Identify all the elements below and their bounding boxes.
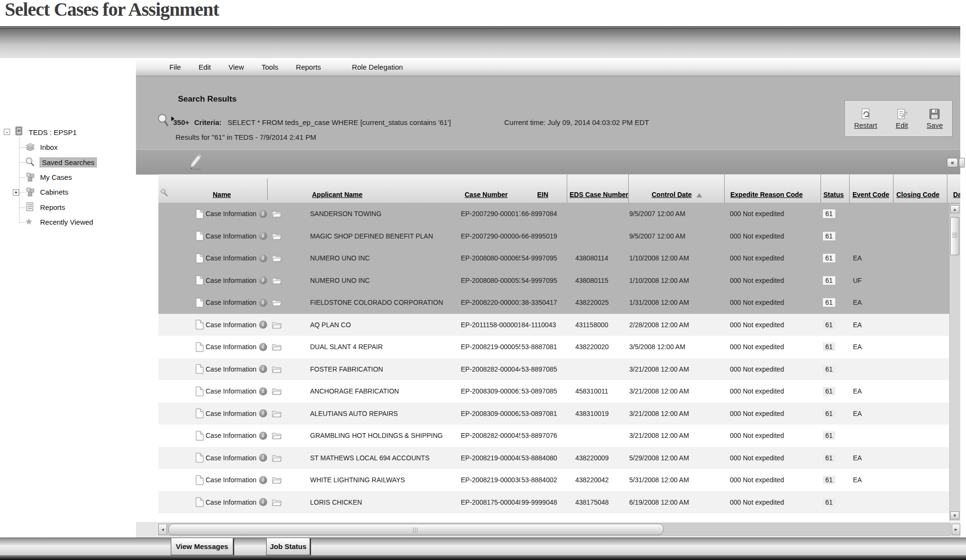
table-row[interactable]: Case InformationiSANDERSON TOWINGEP-2007… [158,203,960,225]
case-information-link[interactable]: Case Information [206,476,257,484]
table-row[interactable]: Case InformationiLORIS CHICKENEP-2008175… [158,491,960,514]
column-header-event-code[interactable]: Event Code [849,175,893,203]
folder-icon[interactable] [272,254,281,262]
case-information-link[interactable]: Case Information [206,321,257,329]
folder-icon[interactable] [272,299,281,306]
scroll-left-icon[interactable]: ◄ [158,524,167,535]
scroll-down-icon[interactable]: ▼ [950,511,959,519]
case-information-link[interactable]: Case Information [206,343,257,351]
restart-button[interactable]: Restart [854,108,877,129]
folder-icon[interactable] [272,387,281,395]
menu-reports[interactable]: Reports [296,63,321,71]
table-row[interactable]: Case InformationiST MATHEWS LOCAL 694 AC… [158,447,960,469]
column-header-expedite-reason-code[interactable]: Expedite Reason Code [724,175,821,203]
info-icon[interactable]: i [259,276,267,284]
folder-icon[interactable] [272,432,281,439]
table-row[interactable]: Case InformationiNUMERO UNO INCEP-200808… [158,247,960,270]
column-header-control-date[interactable]: Control Date [628,175,724,203]
sidebar-item-inbox[interactable]: Inbox [40,143,58,151]
folder-icon[interactable] [272,343,281,351]
case-information-link[interactable]: Case Information [206,454,257,462]
case-information-link[interactable]: Case Information [206,498,257,506]
table-row[interactable]: Case InformationiNUMERO UNO INCEP-200808… [158,270,960,292]
collapse-panel-button-partial[interactable] [959,158,965,167]
case-information-link[interactable]: Case Information [206,299,257,306]
info-icon[interactable]: i [259,409,267,417]
case-information-link[interactable]: Case Information [206,254,257,262]
column-header-ein[interactable]: EIN [520,175,567,203]
scroll-up-icon[interactable]: ▲ [950,205,959,213]
column-header-name[interactable]: Name [196,175,310,203]
column-header-eds-case-number[interactable]: EDS Case Number [567,175,628,203]
table-row[interactable]: Case InformationiAQ PLAN COEP-2011158-00… [158,314,960,336]
sidebar-item-saved-searches[interactable]: Saved Searches [40,158,96,167]
table-row[interactable]: Case InformationiDUAL SLANT 4 REPAIREP-2… [158,336,960,358]
table-row-partial[interactable] [158,513,960,522]
save-button[interactable]: Save [926,108,943,129]
table-row[interactable]: Case InformationiWHITE LIGHTNING RAILWAY… [158,469,960,491]
case-information-link[interactable]: Case Information [206,365,257,373]
folder-icon[interactable] [272,410,281,417]
info-icon[interactable]: i [259,343,267,351]
info-icon[interactable]: i [259,476,267,484]
case-information-link[interactable]: Case Information [206,232,257,240]
table-row[interactable]: Case InformationiANCHORAGE FABRICATIONEP… [158,380,960,403]
folder-icon[interactable] [272,321,281,329]
scroll-right-icon[interactable]: ► [952,524,960,535]
folder-icon[interactable] [272,498,281,506]
info-icon[interactable]: i [259,454,267,462]
vertical-scrollbar-thumb[interactable] [950,217,959,255]
sidebar-item-reports[interactable]: Reports [40,203,65,211]
info-icon[interactable]: i [259,321,267,329]
menu-view[interactable]: View [229,63,244,71]
info-icon[interactable]: i [259,254,267,262]
case-information-link[interactable]: Case Information [206,277,257,284]
collapse-panel-button[interactable]: « [947,158,958,167]
horizontal-scrollbar-thumb[interactable] [168,524,664,535]
case-information-link[interactable]: Case Information [206,387,257,395]
info-icon[interactable]: i [259,432,267,440]
info-icon[interactable]: i [259,299,267,307]
menu-file[interactable]: File [169,63,181,71]
sidebar-item-recently-viewed[interactable]: Recently Viewed [40,218,93,226]
table-row[interactable]: Case InformationiFIELDSTONE COLORADO COR… [158,291,960,314]
pencil-icon[interactable] [187,154,204,173]
menu-tools[interactable]: Tools [261,63,278,71]
column-header-date-truncated[interactable]: Da [947,175,960,203]
column-header-status[interactable]: Status [821,175,849,203]
folder-icon[interactable] [272,454,281,462]
sidebar-item-cabinets[interactable]: Cabinets [40,188,68,196]
edit-button[interactable]: Edit [896,108,908,129]
table-row[interactable]: Case InformationiFOSTER FABRICATIONEP-20… [158,358,960,381]
table-row[interactable]: Case InformationiALEUTIANS AUTO REPAIRSE… [158,403,960,425]
view-messages-button[interactable]: View Messages [171,538,233,555]
info-icon[interactable]: i [259,387,267,395]
tree-collapse-toggle[interactable]: - [4,129,10,135]
case-information-link[interactable]: Case Information [206,410,257,417]
cell-ein: 38-3350417 [520,299,567,306]
job-status-button[interactable]: Job Status [266,538,310,555]
folder-icon[interactable] [272,232,281,240]
sidebar-item-teds-root[interactable]: TEDS : EPSP1 [29,128,77,136]
folder-icon[interactable] [272,210,281,218]
menu-edit[interactable]: Edit [198,63,211,71]
case-information-link[interactable]: Case Information [206,210,257,218]
column-header-closing-code[interactable]: Closing Code [893,175,947,203]
info-icon[interactable]: i [259,232,267,240]
case-information-link[interactable]: Case Information [206,432,257,439]
tree-expand-toggle-cabinets[interactable]: + [13,189,19,196]
table-row[interactable]: Case InformationiMAGIC SHOP DEFINED BENE… [158,225,960,248]
column-header-case-number[interactable]: Case Number [461,175,520,203]
folder-icon[interactable] [272,476,281,484]
folder-icon[interactable] [272,365,281,373]
info-icon[interactable]: i [259,365,267,373]
folder-icon[interactable] [272,277,281,284]
column-header-applicant-name[interactable]: Applicant Name [310,175,461,203]
horizontal-scrollbar[interactable]: ◄ ► [136,522,960,538]
info-icon[interactable]: i [259,210,267,218]
menu-role-delegation[interactable]: Role Delegation [352,63,403,71]
table-row[interactable]: Case InformationiGRAMBLING HOT HOLDINGS … [158,425,960,447]
info-icon[interactable]: i [259,498,267,506]
sidebar-item-my-cases[interactable]: My Cases [40,173,72,181]
vertical-scrollbar[interactable]: ▲ ▼ [949,204,960,521]
